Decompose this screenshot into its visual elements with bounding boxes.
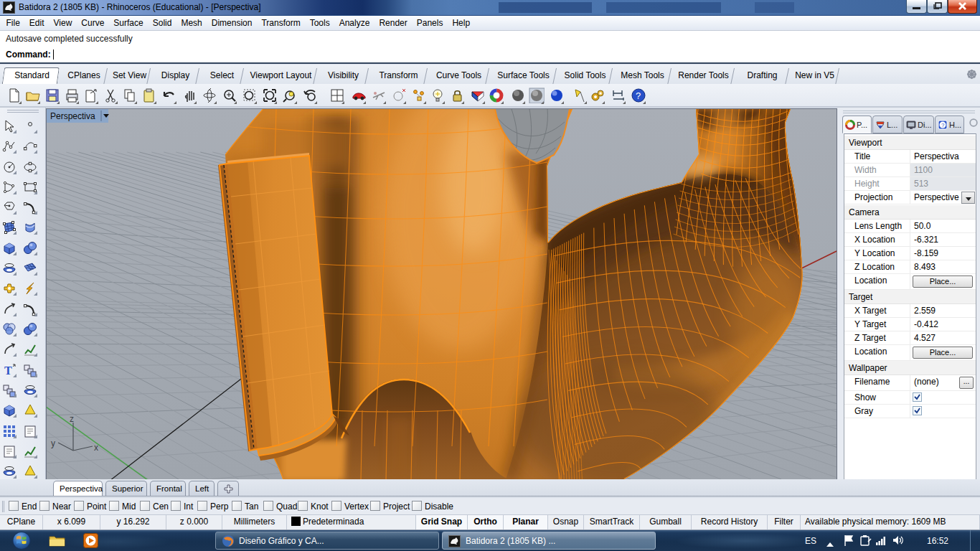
svg-text:y: y [51,438,55,448]
svg-text:Perspectiva: Perspectiva [50,111,95,121]
svg-text:x: x [94,443,98,453]
svg-text:T: T [4,364,12,377]
svg-text:z: z [70,414,74,424]
svg-text:?: ? [636,90,641,101]
svg-text:?: ? [941,122,945,128]
